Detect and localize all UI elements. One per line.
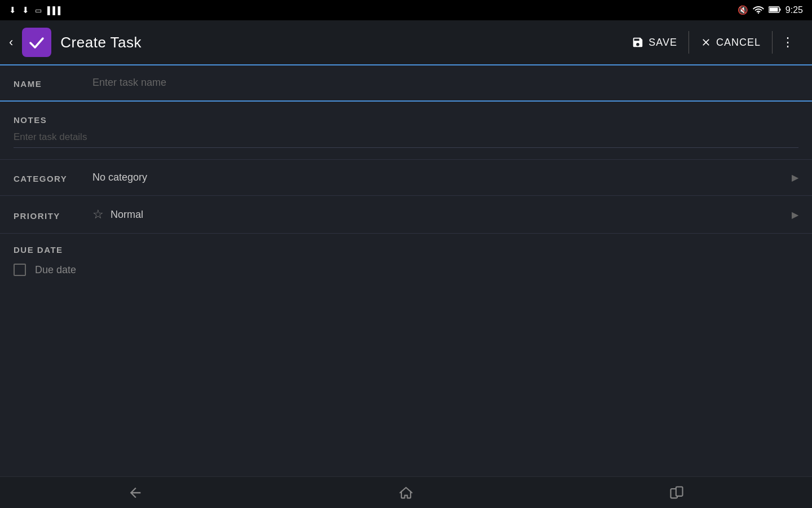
svg-rect-3 [779, 8, 780, 11]
status-bar-left: ⬇ ⬇ ▭ ▌▌▌ [9, 5, 63, 15]
due-date-label: DUE DATE [14, 245, 798, 255]
nav-back-button[interactable] [118, 481, 152, 504]
save-label: SAVE [648, 37, 677, 49]
status-bar-right: 🔇 9:25 [738, 5, 803, 15]
category-label: CATEGORY [14, 172, 92, 183]
back-button[interactable]: ‹ [9, 35, 13, 50]
app-logo [22, 28, 51, 57]
priority-label: PRIORITY [14, 209, 92, 221]
wifi-icon [753, 6, 764, 15]
priority-field-row[interactable]: PRIORITY ☆ Normal ▶ [0, 196, 812, 234]
cancel-icon [700, 37, 712, 48]
nav-recents-button[interactable] [660, 481, 694, 504]
time-display: 9:25 [785, 5, 803, 15]
name-field-row: NAME [0, 65, 812, 102]
priority-value-container: ☆ Normal [92, 207, 792, 222]
category-value: No category [92, 172, 792, 183]
name-input[interactable] [92, 77, 798, 89]
name-label: NAME [14, 77, 92, 89]
notes-field-row: NOTES [0, 102, 812, 160]
nav-home-button[interactable] [389, 481, 423, 504]
cancel-button[interactable]: CANCEL [689, 32, 772, 53]
notes-input[interactable] [14, 132, 798, 148]
category-field-row[interactable]: CATEGORY No category ▶ [0, 160, 812, 196]
download2-icon: ⬇ [22, 5, 29, 15]
barcode-icon: ▌▌▌ [47, 6, 63, 15]
save-icon [632, 36, 644, 49]
priority-value: Normal [111, 209, 143, 221]
cancel-label: CANCEL [716, 37, 761, 49]
battery-icon [769, 6, 781, 15]
download-icon: ⬇ [9, 5, 16, 15]
due-date-checkbox[interactable] [14, 264, 26, 276]
priority-dropdown-arrow: ▶ [792, 209, 798, 220]
main-content: NAME NOTES CATEGORY No category ▶ PRIORI… [0, 65, 812, 476]
mute-icon: 🔇 [738, 5, 748, 15]
page-title: Create Task [60, 34, 142, 51]
svg-rect-2 [769, 8, 778, 12]
overflow-button[interactable]: ⋮ [773, 30, 803, 54]
status-bar: ⬇ ⬇ ▭ ▌▌▌ 🔇 9:25 [0, 0, 812, 20]
category-dropdown-arrow: ▶ [792, 172, 798, 183]
nav-bar [0, 476, 812, 508]
app-bar-left: ‹ Create Task [9, 28, 620, 57]
save-button[interactable]: SAVE [620, 32, 689, 53]
svg-point-0 [758, 12, 759, 13]
notes-label: NOTES [14, 113, 92, 125]
app-bar-right: SAVE CANCEL ⋮ [620, 30, 803, 54]
sdcard-icon: ▭ [35, 6, 42, 15]
due-date-row: Due date [14, 264, 798, 276]
due-date-checkbox-label: Due date [35, 264, 76, 276]
due-date-section: DUE DATE Due date [0, 234, 812, 287]
priority-star-icon: ☆ [92, 207, 104, 222]
app-bar: ‹ Create Task SAVE CANCEL ⋮ [0, 20, 812, 65]
svg-rect-5 [676, 487, 683, 496]
